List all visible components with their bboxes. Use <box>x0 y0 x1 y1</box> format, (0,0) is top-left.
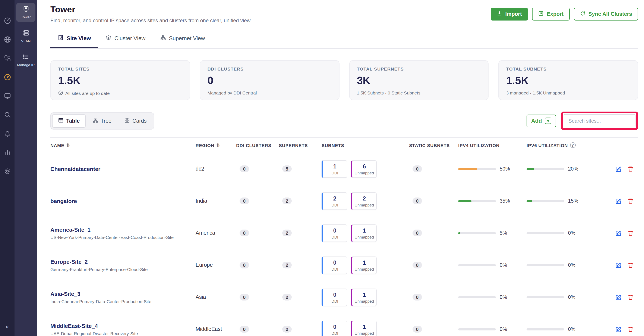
edit-icon[interactable] <box>616 166 622 172</box>
table-toolbar: Table Tree Cards Add ▾ <box>50 112 638 130</box>
toolbar-right: Add ▾ <box>526 112 638 130</box>
sidebar-item-vlan[interactable]: VLAN <box>16 27 36 46</box>
tree-icon <box>92 117 98 124</box>
ddi-clusters-badge: 0 <box>240 326 249 332</box>
column-subnets: SUBNETS <box>322 143 409 148</box>
region-cell: Asia <box>196 294 236 300</box>
edit-icon[interactable] <box>616 198 622 204</box>
ddi-subnets-box: 0 DDI <box>322 256 347 274</box>
view-mode-tree[interactable]: Tree <box>86 114 118 128</box>
table-icon <box>58 117 64 124</box>
manage-ip-icon <box>22 53 29 62</box>
site-view-icon <box>58 35 64 42</box>
supernets-badge: 2 <box>282 326 292 332</box>
delete-icon[interactable] <box>627 294 634 300</box>
site-name-link[interactable]: Asia-Site_3 <box>50 290 196 297</box>
ddi-subnets-box: 0 DDI <box>322 288 347 306</box>
reports-icon[interactable] <box>4 149 11 156</box>
unmapped-subnets-box: 1 Unmapped <box>351 288 377 306</box>
ipv4-utilization: 50% <box>458 166 526 172</box>
site-name-link[interactable]: MiddleEast-Site_4 <box>50 322 196 329</box>
delete-icon[interactable] <box>627 230 634 236</box>
sync-all-clusters-button[interactable]: Sync All Clusters <box>574 8 638 21</box>
tab-supernet-view[interactable]: Supernet View <box>153 30 212 48</box>
settings-icon[interactable] <box>4 168 11 175</box>
module-nav: Tower VLAN Manage IP <box>14 0 37 336</box>
sort-icon: ⇅ <box>216 143 220 147</box>
import-icon <box>497 11 502 18</box>
site-name-link[interactable]: Europe-Site_2 <box>50 258 196 265</box>
dashboard-icon[interactable] <box>4 17 11 24</box>
sort-icon: ⇅ <box>66 143 70 147</box>
unmapped-subnets-box: 1 Unmapped <box>351 256 377 274</box>
region-cell: America <box>196 230 236 236</box>
edit-icon[interactable] <box>616 326 622 332</box>
ipv6-utilization: 0% <box>526 326 597 332</box>
column-ddi-clusters: DDI CLUSTERS <box>236 143 279 148</box>
supernets-badge: 2 <box>282 197 292 204</box>
tab-site-view[interactable]: Site View <box>50 30 98 48</box>
sync-icon <box>580 11 585 18</box>
column-supernets: SUPERNETS <box>279 143 322 148</box>
site-name-link[interactable]: bangalore <box>50 198 196 204</box>
region-cell: Europe <box>196 262 236 268</box>
table-row: MiddleEast-Site_4 UAE-Dubai-Regional-Dis… <box>50 313 638 336</box>
edit-icon[interactable] <box>616 230 622 236</box>
supernets-badge: 2 <box>282 230 292 236</box>
edit-icon[interactable] <box>616 262 622 268</box>
ddi-clusters-badge: 0 <box>240 165 249 172</box>
info-icon[interactable]: ? <box>570 142 576 148</box>
tab-cluster-view[interactable]: Cluster View <box>98 30 153 48</box>
supernet-view-icon <box>160 35 166 42</box>
site-description: Germany-Frankfurt-Primary-Enterprise-Clo… <box>50 267 196 272</box>
edit-icon[interactable] <box>616 294 622 300</box>
site-description: US-New-York-Primary-Data-Center-East-Coa… <box>50 235 196 240</box>
unmapped-subnets-box: 1 Unmapped <box>351 224 377 242</box>
audit-icon[interactable] <box>4 111 11 118</box>
column-ipv4-utilization: IPV4 UTILIZATION <box>458 143 526 148</box>
ddi-subnets-box: 2 DDI <box>322 192 347 210</box>
templates-icon[interactable] <box>4 55 11 62</box>
sidebar-item-manage-ip[interactable]: Manage IP <box>16 51 36 70</box>
ipv4-utilization: 5% <box>458 230 526 236</box>
alerts-icon[interactable] <box>4 130 11 137</box>
ddi-subnets-box: 0 DDI <box>322 320 347 336</box>
header-actions: Import Export Sync All Clusters <box>491 8 638 21</box>
column-region[interactable]: REGION ⇅ <box>196 143 236 148</box>
delete-icon[interactable] <box>627 262 634 268</box>
ipv6-utilization: 15% <box>526 198 597 204</box>
icon-rail: « <box>0 0 14 336</box>
site-name-link[interactable]: America-Site_1 <box>50 226 196 233</box>
delete-icon[interactable] <box>627 326 634 332</box>
view-mode-cards[interactable]: Cards <box>118 114 153 128</box>
supernets-badge: 5 <box>282 165 292 172</box>
site-name-link[interactable]: Chennaidatacenter <box>50 166 196 172</box>
delete-icon[interactable] <box>627 198 634 204</box>
search-highlight-annotation <box>561 112 638 130</box>
page-subtitle: Find, monitor, and control IP space acro… <box>50 18 252 24</box>
search-input[interactable] <box>564 114 636 127</box>
import-button[interactable]: Import <box>491 8 528 21</box>
static-subnets-badge: 0 <box>412 294 422 300</box>
column-name[interactable]: NAME ⇅ <box>50 143 196 148</box>
view-mode-table[interactable]: Table <box>52 114 86 128</box>
delete-icon[interactable] <box>627 166 634 172</box>
ipv4-utilization: 0% <box>458 294 526 300</box>
add-button[interactable]: Add ▾ <box>526 114 556 127</box>
ipv4-utilization: 0% <box>458 262 526 268</box>
sidebar-item-tower[interactable]: Tower <box>16 3 36 22</box>
ipam-icon[interactable] <box>4 74 11 81</box>
table-row: Chennaidatacenter dc2 0 5 1 DDI 6 Unmapp… <box>50 153 638 185</box>
check-circle-icon <box>58 90 63 96</box>
collapse-sidebar-icon[interactable]: « <box>6 323 9 330</box>
column-static-subnets: STATIC SUBNETS <box>409 143 458 148</box>
chevron-down-icon: ▾ <box>545 118 551 124</box>
devices-icon[interactable] <box>4 92 11 100</box>
unmapped-subnets-box: 1 Unmapped <box>351 320 377 336</box>
region-cell: India <box>196 198 236 204</box>
export-button[interactable]: Export <box>532 8 570 21</box>
page-header: Tower Find, monitor, and control IP spac… <box>50 0 638 24</box>
dns-icon[interactable] <box>4 36 11 43</box>
table-row: Europe-Site_2 Germany-Frankfurt-Primary-… <box>50 249 638 281</box>
ipv6-utilization: 0% <box>526 230 597 236</box>
